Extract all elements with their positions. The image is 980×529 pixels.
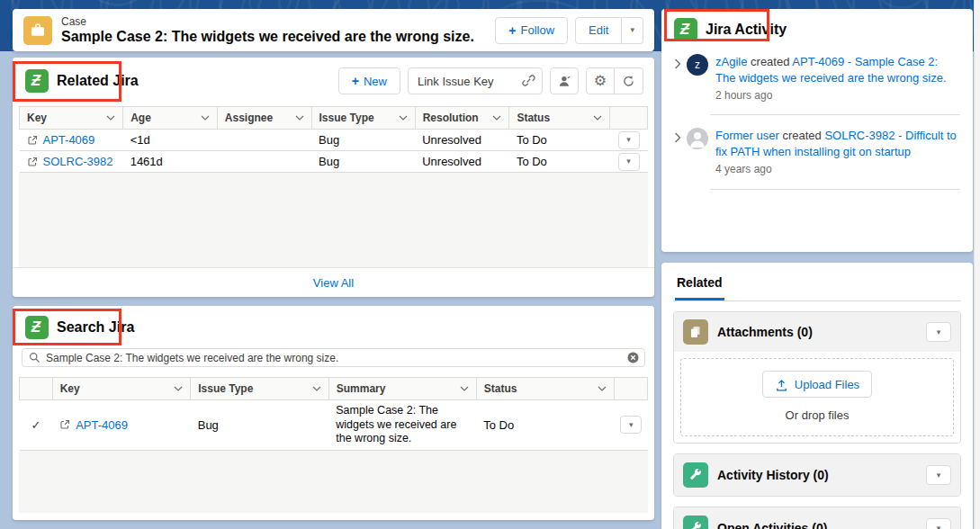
clear-search-icon[interactable] <box>627 352 639 363</box>
table-row: APT-4069 <1d Bug Unresolved To Do ▾ <box>20 130 648 151</box>
issue-type-cell: Bug <box>311 151 415 173</box>
chevron-down-icon <box>201 115 210 121</box>
column-header-resolution[interactable]: Resolution <box>415 107 509 130</box>
activity-history-card: Activity History (0) ▾ <box>673 453 961 497</box>
chevron-down-icon: ▾ <box>937 471 941 480</box>
tab-related[interactable]: Related <box>675 273 724 300</box>
empty-table-area <box>19 451 648 513</box>
chevron-down-icon <box>593 115 602 121</box>
card-actions-button[interactable]: ▾ <box>926 465 951 485</box>
issue-key-link[interactable]: SOLRC-3982 <box>43 155 113 168</box>
activity-item: z zAgile created APT-4069 - Sample Case … <box>674 54 960 103</box>
resolution-cell: Unresolved <box>415 151 509 173</box>
search-icon <box>29 352 40 363</box>
activity-timestamp: 4 years ago <box>715 162 960 176</box>
drop-files-hint: Or drop files <box>681 408 953 422</box>
table-row: SOLRC-3982 1461d Bug Unresolved To Do ▾ <box>20 151 648 173</box>
follow-button[interactable]: + Follow <box>495 17 568 44</box>
attachments-icon <box>683 319 708 345</box>
column-header-actions <box>610 107 648 130</box>
column-header-key[interactable]: Key <box>52 378 191 400</box>
new-issue-button[interactable]: + New <box>338 67 400 94</box>
chevron-down-icon: ▾ <box>630 26 634 34</box>
open-activities-icon <box>683 516 708 529</box>
issue-key-link[interactable]: APT-4069 <box>76 418 128 432</box>
assignee-cell <box>217 130 311 151</box>
chevron-down-icon <box>312 386 321 391</box>
attachments-title: Attachments (0) <box>717 325 917 339</box>
external-link-icon <box>27 157 38 167</box>
chevron-down-icon <box>492 115 501 121</box>
view-all-link[interactable]: View All <box>313 276 354 290</box>
briefcase-icon <box>30 22 46 39</box>
chevron-down-icon: ▾ <box>626 136 631 144</box>
card-actions-button[interactable]: ▾ <box>926 322 951 342</box>
search-jira-panel: Ƶ Search Jira Key Issue Type Summary Sta… <box>13 306 654 520</box>
expand-chevron-right-icon[interactable] <box>674 58 681 103</box>
column-header-status[interactable]: Status <box>476 378 615 400</box>
actor-link[interactable]: zAgile <box>715 55 747 68</box>
issue-type-cell: Bug <box>191 400 329 451</box>
row-actions-button[interactable]: ▾ <box>618 131 640 149</box>
chevron-down-icon <box>399 115 408 121</box>
upload-files-button[interactable]: Upload Files <box>762 371 872 398</box>
chevron-down-icon: ▾ <box>629 421 634 429</box>
column-header-assignee[interactable]: Assignee <box>217 107 311 130</box>
wrench-icon <box>688 468 703 482</box>
age-cell: 1461d <box>123 151 218 173</box>
activity-history-title: Activity History (0) <box>717 468 917 482</box>
entity-label: Case <box>61 15 495 28</box>
column-header-status[interactable]: Status <box>509 107 610 130</box>
edit-dropdown-button[interactable]: ▾ <box>622 17 643 44</box>
column-header-select <box>20 378 53 400</box>
empty-table-area <box>19 173 648 267</box>
chevron-down-icon: ▾ <box>626 157 631 166</box>
open-activities-card: Open Activities (0) ▾ <box>673 507 961 529</box>
status-cell: To Do <box>509 130 610 151</box>
jira-activity-panel: Ƶ Jira Activity z zAgile created APT-406… <box>661 9 973 252</box>
zagile-icon: Ƶ <box>25 69 49 93</box>
issue-type-cell: Bug <box>311 130 415 151</box>
scrollbar[interactable] <box>974 0 980 529</box>
avatar <box>687 128 708 149</box>
divider <box>710 189 960 190</box>
link-icon <box>522 74 535 87</box>
settings-button[interactable]: ⚙ <box>586 67 615 94</box>
divider <box>710 114 960 115</box>
refresh-button[interactable] <box>615 67 643 94</box>
file-dropzone[interactable]: Upload Files Or drop files <box>680 358 954 436</box>
edit-button[interactable]: Edit <box>575 17 622 44</box>
search-jira-title: Search Jira <box>57 319 134 336</box>
column-header-age[interactable]: Age <box>123 107 218 130</box>
row-actions-button[interactable]: ▾ <box>620 416 642 434</box>
avatar: z <box>687 54 708 76</box>
row-actions-button[interactable]: ▾ <box>618 153 640 171</box>
open-activities-title: Open Activities (0) <box>717 521 917 529</box>
column-header-issue-type[interactable]: Issue Type <box>311 107 415 130</box>
issue-key-link[interactable]: APT-4069 <box>43 133 95 147</box>
search-input[interactable] <box>22 348 645 367</box>
expand-chevron-right-icon[interactable] <box>674 132 681 176</box>
column-header-summary[interactable]: Summary <box>328 378 476 400</box>
selected-check-icon[interactable]: ✓ <box>20 400 53 451</box>
gear-icon: ⚙ <box>594 74 607 88</box>
zagile-icon: Ƶ <box>25 316 49 339</box>
actor-link[interactable]: Former user <box>715 129 779 142</box>
case-highlight-panel: Case Sample Case 2: The widgets we recei… <box>13 9 654 51</box>
assign-user-button[interactable] <box>550 67 579 94</box>
external-link-icon <box>27 135 38 146</box>
refresh-icon <box>622 75 635 88</box>
card-actions-button[interactable]: ▾ <box>926 518 951 529</box>
tab-bar: Related <box>673 273 961 301</box>
chevron-down-icon <box>598 386 607 391</box>
table-row: ✓ APT-4069 Bug Sample Case 2: The widget… <box>20 400 648 451</box>
column-header-key[interactable]: Key <box>20 107 123 130</box>
assignee-cell <box>217 151 311 173</box>
plus-icon: + <box>352 75 359 87</box>
related-tab-panel: Related Attachments (0) ▾ <box>661 263 973 529</box>
wrench-icon <box>688 521 703 529</box>
column-header-issue-type[interactable]: Issue Type <box>191 378 329 400</box>
column-header-actions <box>615 378 648 400</box>
related-jira-title: Related Jira <box>57 73 139 89</box>
person-icon <box>687 128 708 149</box>
